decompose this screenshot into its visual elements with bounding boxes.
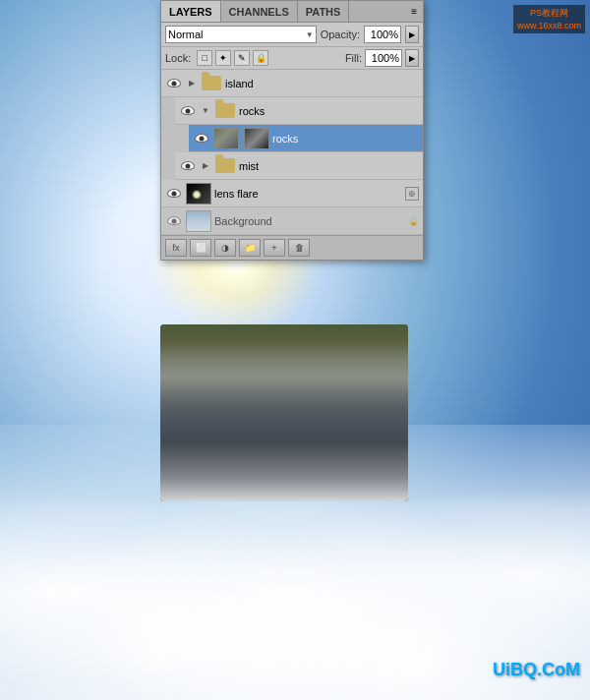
new-group-btn[interactable]: 📁	[239, 239, 261, 257]
lock-image-btn[interactable]: ✦	[215, 50, 231, 66]
folder-thumb-rocks	[214, 102, 236, 120]
delete-layer-btn[interactable]: 🗑	[288, 239, 310, 257]
tab-channels[interactable]: CHANNELS	[221, 1, 298, 22]
tab-layers[interactable]: LAYERS	[161, 1, 221, 22]
layer-name-lens-flare: lens flare	[214, 188, 402, 200]
eye-icon-rocks-group[interactable]	[179, 102, 197, 120]
thumb-background	[186, 210, 211, 232]
rock-island-image	[160, 324, 408, 501]
layer-item-lens-flare[interactable]: lens flare ⊕	[161, 180, 423, 207]
eye-icon-rocks[interactable]	[193, 130, 210, 147]
expand-island[interactable]: ▶	[186, 78, 198, 89]
panel-toolbar: fx ⬜ ◑ 📁 + 🗑	[161, 235, 423, 260]
panel-tabs: LAYERS CHANNELS PATHS ≡	[161, 1, 423, 23]
blend-opacity-row: Normal ▼ Opacity: 100% ▶	[161, 23, 423, 47]
add-mask-btn[interactable]: ⬜	[190, 239, 211, 257]
watermark-top: PS教程网 www.16xx8.com	[513, 5, 585, 33]
expand-mist[interactable]: ▶	[200, 160, 211, 172]
thumb-rocks	[213, 128, 239, 149]
tab-paths[interactable]: PATHS	[298, 1, 350, 22]
lock-fill-row: Lock: □ ✦ ✎ 🔒 Fill: 100% ▶	[161, 47, 423, 70]
layer-effect-icon[interactable]: ⊕	[405, 187, 419, 201]
thumb-rocks-mask	[244, 128, 269, 149]
opacity-label: Opacity:	[321, 29, 360, 40]
layer-list: ▶ island ▼ rocks	[161, 70, 423, 235]
layer-name-background: Background	[214, 215, 404, 227]
add-adjustment-btn[interactable]: ◑	[214, 239, 236, 257]
layer-item-island[interactable]: ▶ island	[161, 70, 423, 97]
fill-input[interactable]: 100%	[365, 49, 402, 67]
blend-mode-select[interactable]: Normal ▼	[165, 26, 317, 43]
opacity-arrow-btn[interactable]: ▶	[405, 26, 419, 43]
layer-name-mist: mist	[239, 160, 419, 172]
lock-label: Lock:	[165, 52, 191, 64]
fill-label: Fill:	[345, 52, 362, 64]
layers-panel: LAYERS CHANNELS PATHS ≡ Normal ▼ Opacity…	[160, 0, 424, 261]
eye-icon-lens-flare[interactable]	[165, 185, 183, 203]
fill-arrow-btn[interactable]: ▶	[405, 49, 419, 67]
lock-all-btn[interactable]: 🔒	[253, 50, 268, 66]
rock-island	[160, 324, 408, 501]
layer-name-island: island	[225, 78, 419, 89]
new-layer-btn[interactable]: +	[264, 239, 285, 257]
layer-item-rocks-group[interactable]: ▼ rocks	[175, 97, 423, 125]
blend-mode-arrow: ▼	[306, 30, 314, 39]
layer-item-mist[interactable]: ▶ mist	[175, 152, 423, 180]
layer-item-rocks[interactable]: rocks	[189, 125, 423, 152]
folder-thumb-mist	[214, 157, 236, 175]
expand-rocks-group[interactable]: ▼	[200, 105, 211, 117]
layer-name-rocks-group: rocks	[239, 105, 419, 117]
panel-menu-icon[interactable]: ≡	[405, 6, 423, 17]
eye-icon-island[interactable]	[165, 75, 183, 92]
thumb-lens-flare	[186, 183, 211, 204]
eye-icon-mist[interactable]	[179, 157, 197, 175]
lock-position-btn[interactable]: ✎	[234, 50, 250, 66]
folder-thumb-island	[201, 75, 222, 92]
layer-name-rocks: rocks	[272, 133, 419, 145]
opacity-input[interactable]: 100%	[364, 26, 401, 43]
lock-transparent-btn[interactable]: □	[197, 50, 212, 66]
layer-item-background[interactable]: Background 🔒	[161, 207, 423, 235]
add-style-btn[interactable]: fx	[165, 239, 187, 257]
watermark-bottom: UiBQ.CoM	[493, 660, 580, 680]
eye-icon-background[interactable]	[165, 212, 183, 230]
layer-lock-background: 🔒	[407, 215, 419, 227]
